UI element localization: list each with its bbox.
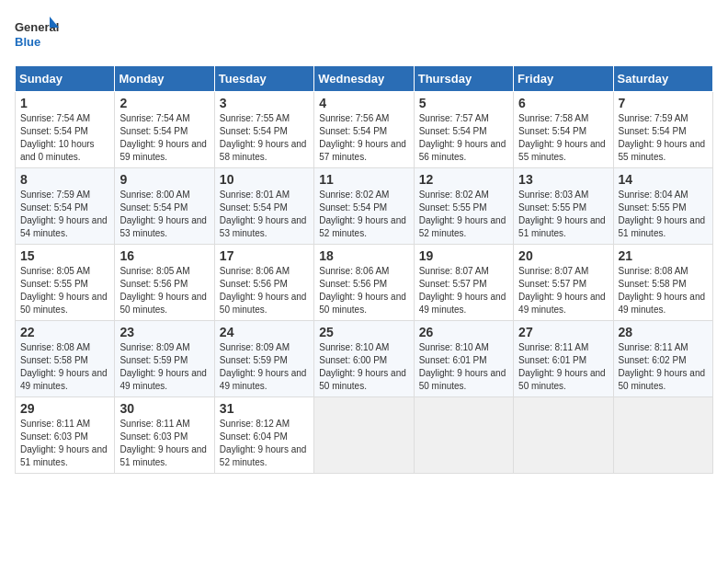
sunset-label: Sunset: 5:54 PM (419, 126, 487, 136)
calendar-cell: 11 Sunrise: 8:02 AM Sunset: 5:54 PM Dayl… (314, 168, 414, 245)
sunrise-label: Sunrise: 7:56 AM (319, 113, 389, 123)
daylight-label: Daylight: 9 hours and 56 minutes. (419, 139, 506, 162)
day-number: 26 (419, 325, 508, 339)
daylight-label: Daylight: 9 hours and 52 minutes. (220, 444, 307, 467)
day-info: Sunrise: 7:59 AM Sunset: 5:54 PM Dayligh… (20, 189, 109, 240)
sunrise-label: Sunrise: 8:11 AM (619, 342, 688, 352)
calendar-cell (613, 397, 712, 474)
calendar-header-row: SundayMondayTuesdayWednesdayThursdayFrid… (16, 66, 713, 92)
day-number: 20 (518, 248, 608, 263)
day-number: 3 (220, 96, 309, 110)
calendar-cell: 14 Sunrise: 8:04 AM Sunset: 5:55 PM Dayl… (613, 168, 712, 245)
daylight-label: Daylight: 9 hours and 53 minutes. (119, 215, 207, 238)
day-number: 27 (518, 325, 608, 339)
sunset-label: Sunset: 5:54 PM (319, 202, 387, 213)
logo-svg: General Blue (15, 15, 61, 56)
daylight-label: Daylight: 9 hours and 49 minutes. (518, 292, 606, 315)
day-number: 9 (119, 172, 209, 187)
day-number: 2 (119, 96, 209, 110)
sunrise-label: Sunrise: 7:57 AM (419, 113, 489, 123)
day-info: Sunrise: 8:05 AM Sunset: 5:55 PM Dayligh… (20, 265, 109, 316)
day-number: 10 (220, 172, 309, 187)
day-info: Sunrise: 8:12 AM Sunset: 6:04 PM Dayligh… (220, 418, 309, 469)
daylight-label: Daylight: 9 hours and 51 minutes. (20, 444, 108, 467)
sunrise-label: Sunrise: 8:05 AM (20, 266, 90, 276)
header: General Blue (15, 15, 713, 56)
day-number: 13 (518, 172, 608, 187)
day-number: 21 (619, 248, 708, 263)
sunset-label: Sunset: 5:54 PM (20, 202, 88, 213)
calendar-cell: 13 Sunrise: 8:03 AM Sunset: 5:55 PM Dayl… (514, 168, 613, 245)
day-number: 8 (20, 172, 109, 187)
day-info: Sunrise: 8:00 AM Sunset: 5:54 PM Dayligh… (119, 189, 209, 240)
sunrise-label: Sunrise: 8:06 AM (319, 266, 389, 276)
sunrise-label: Sunrise: 8:00 AM (119, 190, 189, 200)
daylight-label: Daylight: 9 hours and 49 minutes. (20, 368, 108, 391)
day-number: 31 (220, 401, 309, 416)
day-info: Sunrise: 8:11 AM Sunset: 6:03 PM Dayligh… (20, 418, 109, 469)
daylight-label: Daylight: 9 hours and 58 minutes. (220, 139, 307, 162)
sunset-label: Sunset: 5:57 PM (419, 279, 487, 289)
day-number: 17 (220, 248, 309, 263)
day-number: 22 (20, 325, 109, 339)
sunset-label: Sunset: 5:58 PM (619, 279, 687, 289)
sunrise-label: Sunrise: 8:11 AM (119, 419, 189, 429)
day-number: 25 (319, 325, 408, 339)
calendar-cell: 8 Sunrise: 7:59 AM Sunset: 5:54 PM Dayli… (16, 168, 115, 245)
daylight-label: Daylight: 9 hours and 55 minutes. (619, 139, 706, 162)
day-number: 23 (119, 325, 209, 339)
sunset-label: Sunset: 5:55 PM (20, 279, 88, 289)
day-info: Sunrise: 8:08 AM Sunset: 5:58 PM Dayligh… (20, 341, 109, 393)
sunset-label: Sunset: 5:58 PM (20, 355, 88, 365)
day-number: 18 (319, 248, 408, 263)
day-number: 12 (419, 172, 508, 187)
sunset-label: Sunset: 5:55 PM (619, 202, 687, 213)
daylight-label: Daylight: 9 hours and 50 minutes. (319, 368, 406, 391)
calendar-cell: 10 Sunrise: 8:01 AM Sunset: 5:54 PM Dayl… (214, 168, 313, 245)
calendar-cell: 16 Sunrise: 8:05 AM Sunset: 5:56 PM Dayl… (115, 245, 214, 321)
day-info: Sunrise: 8:11 AM Sunset: 6:01 PM Dayligh… (518, 341, 608, 393)
calendar-week-row: 1 Sunrise: 7:54 AM Sunset: 5:54 PM Dayli… (16, 92, 713, 168)
sunrise-label: Sunrise: 7:55 AM (220, 113, 290, 123)
calendar-cell: 31 Sunrise: 8:12 AM Sunset: 6:04 PM Dayl… (214, 397, 313, 474)
calendar-week-row: 29 Sunrise: 8:11 AM Sunset: 6:03 PM Dayl… (16, 397, 713, 474)
day-number: 5 (419, 96, 508, 110)
day-number: 6 (518, 96, 608, 110)
daylight-label: Daylight: 9 hours and 49 minutes. (419, 292, 506, 315)
calendar-cell: 19 Sunrise: 8:07 AM Sunset: 5:57 PM Dayl… (414, 245, 513, 321)
sunrise-label: Sunrise: 7:59 AM (20, 190, 90, 200)
daylight-label: Daylight: 9 hours and 51 minutes. (518, 215, 606, 238)
calendar-week-row: 15 Sunrise: 8:05 AM Sunset: 5:55 PM Dayl… (16, 245, 713, 321)
day-header: Monday (115, 66, 214, 92)
day-info: Sunrise: 8:09 AM Sunset: 5:59 PM Dayligh… (220, 341, 309, 393)
daylight-label: Daylight: 9 hours and 50 minutes. (419, 368, 506, 391)
day-info: Sunrise: 7:57 AM Sunset: 5:54 PM Dayligh… (419, 112, 508, 164)
day-header: Thursday (414, 66, 513, 92)
calendar-cell: 15 Sunrise: 8:05 AM Sunset: 5:55 PM Dayl… (16, 245, 115, 321)
day-header: Friday (514, 66, 613, 92)
day-number: 15 (20, 248, 109, 263)
sunset-label: Sunset: 5:54 PM (518, 126, 586, 136)
sunset-label: Sunset: 5:54 PM (619, 126, 687, 136)
daylight-label: Daylight: 9 hours and 51 minutes. (119, 444, 207, 467)
day-number: 19 (419, 248, 508, 263)
day-number: 29 (20, 401, 109, 416)
calendar-table: SundayMondayTuesdayWednesdayThursdayFrid… (15, 65, 713, 474)
calendar-cell: 9 Sunrise: 8:00 AM Sunset: 5:54 PM Dayli… (115, 168, 214, 245)
sunset-label: Sunset: 5:55 PM (419, 202, 487, 213)
sunset-label: Sunset: 5:54 PM (119, 202, 188, 213)
sunrise-label: Sunrise: 8:06 AM (220, 266, 290, 276)
day-info: Sunrise: 8:01 AM Sunset: 5:54 PM Dayligh… (220, 189, 309, 240)
sunset-label: Sunset: 6:03 PM (119, 431, 188, 442)
daylight-label: Daylight: 9 hours and 50 minutes. (220, 292, 307, 315)
sunset-label: Sunset: 5:56 PM (119, 279, 188, 289)
day-info: Sunrise: 7:54 AM Sunset: 5:54 PM Dayligh… (20, 112, 109, 164)
sunset-label: Sunset: 5:56 PM (319, 279, 387, 289)
sunrise-label: Sunrise: 7:54 AM (119, 113, 189, 123)
calendar-cell: 6 Sunrise: 7:58 AM Sunset: 5:54 PM Dayli… (514, 92, 613, 168)
sunrise-label: Sunrise: 8:09 AM (220, 342, 290, 352)
sunrise-label: Sunrise: 8:04 AM (619, 190, 688, 200)
sunrise-label: Sunrise: 8:11 AM (518, 342, 588, 352)
day-info: Sunrise: 8:06 AM Sunset: 5:56 PM Dayligh… (220, 265, 309, 316)
daylight-label: Daylight: 9 hours and 49 minutes. (619, 292, 706, 315)
